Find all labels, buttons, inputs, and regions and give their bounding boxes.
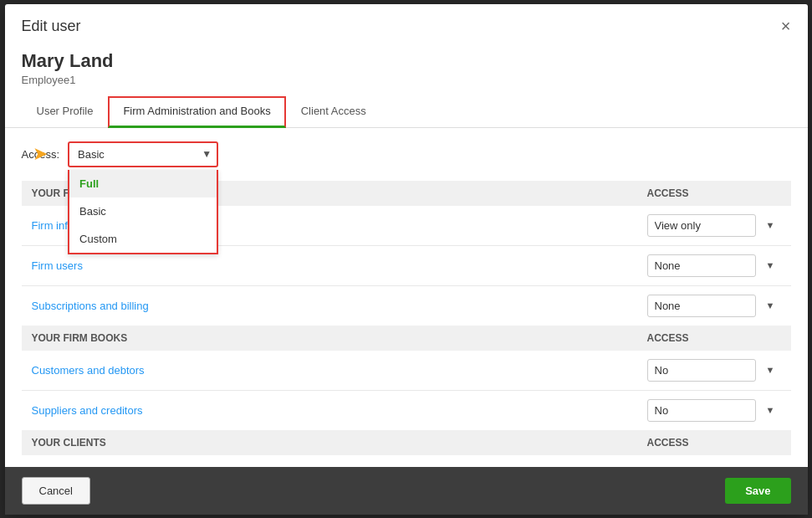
suppliers-access-wrapper: No Yes ▼ (647, 399, 781, 422)
firm-books-name-header: YOUR FIRM BOOKS (32, 332, 647, 344)
access-select-wrapper: Basic Full Custom ▼ (68, 141, 218, 167)
firm-books-section-header: YOUR FIRM BOOKS ACCESS (22, 326, 791, 351)
firm-section-access-header: ACCESS (647, 187, 781, 199)
access-select[interactable]: Basic Full Custom (68, 141, 218, 167)
user-role: Employee1 (22, 74, 791, 86)
access-select-container: ➤ Basic Full Custom ▼ Full (68, 141, 218, 167)
modal-footer: Cancel Save (5, 467, 808, 515)
firm-books-section: YOUR FIRM BOOKS ACCESS Customers and deb… (22, 326, 791, 430)
subscriptions-select[interactable]: None View only Full (647, 295, 756, 317)
firm-info-access-wrapper: View only Full None ▼ (647, 214, 781, 237)
table-row: Subscriptions and billing None View only… (22, 286, 791, 326)
tab-firm-admin-books[interactable]: Firm Administration and Books (108, 96, 285, 128)
firm-info-select-arrow-icon: ▼ (766, 220, 775, 230)
dropdown-item-custom[interactable]: Custom (69, 225, 217, 253)
subscriptions-row-name: Subscriptions and billing (32, 300, 647, 312)
firm-books-access-header: ACCESS (647, 332, 781, 344)
table-row: Customers and debtors No Yes ▼ (22, 351, 791, 391)
customers-select-arrow-icon: ▼ (766, 365, 775, 375)
modal-title: Edit user (22, 18, 81, 35)
customers-row-name: Customers and debtors (32, 364, 647, 377)
tab-client-access[interactable]: Client Access (286, 96, 381, 128)
firm-users-access-wrapper: None View only Full ▼ (647, 254, 781, 277)
save-button[interactable]: Save (725, 478, 790, 504)
dropdown-item-basic[interactable]: Basic (69, 197, 217, 225)
tab-user-profile[interactable]: User Profile (22, 96, 109, 128)
access-row: Access: ➤ Basic Full Custom ▼ (22, 141, 791, 167)
user-info: Mary Land Employee1 (5, 44, 808, 96)
clients-name-header: YOUR CLIENTS (32, 437, 647, 449)
modal-header: Edit user × (5, 4, 808, 44)
firm-users-select[interactable]: None View only Full (647, 254, 756, 277)
table-row: Suppliers and creditors No Yes ▼ (22, 391, 791, 430)
suppliers-row-name: Suppliers and creditors (32, 404, 647, 417)
modal-body: Access: ➤ Basic Full Custom ▼ (5, 128, 808, 467)
customers-access-wrapper: No Yes ▼ (647, 359, 781, 382)
firm-users-row-name: Firm users (32, 259, 647, 272)
subscriptions-access-wrapper: None View only Full ▼ (647, 295, 781, 317)
tab-bar: User Profile Firm Administration and Boo… (5, 96, 808, 128)
user-name: Mary Land (22, 50, 791, 72)
edit-user-modal: Edit user × Mary Land Employee1 User Pro… (5, 4, 808, 515)
firm-users-select-arrow-icon: ▼ (766, 260, 775, 270)
clients-section: YOUR CLIENTS ACCESS (22, 430, 791, 455)
arrow-indicator-icon: ➤ (33, 143, 48, 165)
firm-info-select[interactable]: View only Full None (647, 214, 756, 237)
suppliers-select-arrow-icon: ▼ (766, 405, 775, 415)
clients-section-header: YOUR CLIENTS ACCESS (22, 430, 791, 455)
clients-access-header: ACCESS (647, 437, 781, 449)
dropdown-item-full[interactable]: Full (69, 170, 217, 197)
subscriptions-select-arrow-icon: ▼ (766, 300, 775, 310)
modal-overlay: Edit user × Mary Land Employee1 User Pro… (0, 0, 812, 518)
cancel-button[interactable]: Cancel (22, 477, 90, 505)
customers-select[interactable]: No Yes (647, 359, 756, 382)
close-button[interactable]: × (781, 18, 791, 34)
access-dropdown-menu: Full Basic Custom (68, 170, 218, 254)
suppliers-select[interactable]: No Yes (647, 399, 756, 422)
